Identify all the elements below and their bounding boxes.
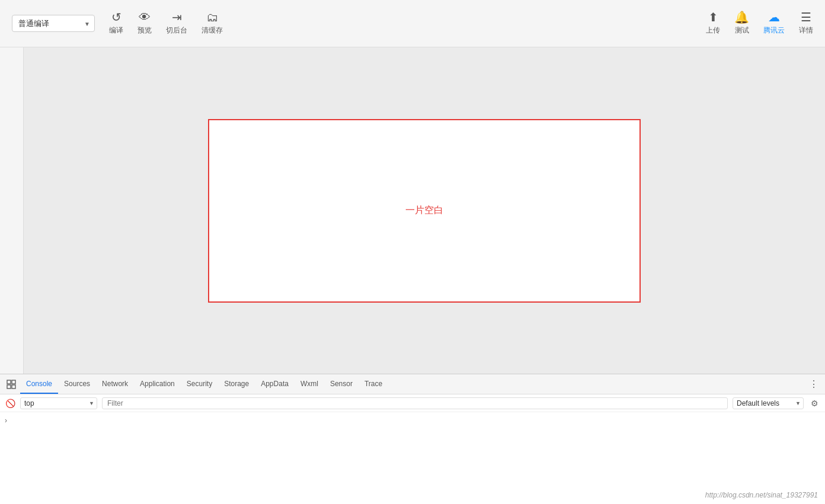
compile-icon: ↺ <box>111 11 121 23</box>
devtools-tab-bar: Console Sources Network Application Secu… <box>0 374 825 394</box>
console-levels-wrapper: Default levels Verbose Info Warnings Err… <box>733 397 804 409</box>
compile-select-wrapper: 普通编译 开发编译 生产编译 ▼ <box>12 15 95 32</box>
details-button[interactable]: ☰ 详情 <box>799 11 813 36</box>
watermark: http://blog.csdn.net/sinat_19327991 <box>705 491 818 499</box>
tab-security[interactable]: Security <box>181 374 218 394</box>
preview-icon: 👁 <box>139 11 151 23</box>
main-area: 一片空白 <box>0 47 825 374</box>
toolbar-right: ⬆ 上传 🔔 测试 ☁ 腾讯云 ☰ 详情 <box>706 11 813 36</box>
compile-select[interactable]: 普通编译 开发编译 生产编译 <box>12 15 95 32</box>
tencent-cloud-button[interactable]: ☁ 腾讯云 <box>763 11 785 36</box>
tab-trace[interactable]: Trace <box>359 374 388 394</box>
toolbar-left: 普通编译 开发编译 生产编译 ▼ ↺ 编译 👁 预览 ⇥ 切后台 🗂 清缓存 <box>12 11 223 36</box>
devtools-more-icon[interactable]: ⋮ <box>805 378 823 390</box>
console-context-wrapper: top ▼ <box>20 397 97 409</box>
console-context-select[interactable]: top <box>20 397 97 409</box>
console-filter-input[interactable] <box>102 397 728 409</box>
devtools-inspect-icon[interactable] <box>2 380 20 389</box>
svg-rect-0 <box>7 380 11 384</box>
left-sidebar <box>0 47 24 374</box>
tab-sensor[interactable]: Sensor <box>324 374 359 394</box>
backend-button[interactable]: ⇥ 切后台 <box>166 11 187 36</box>
console-block-icon[interactable]: 🚫 <box>5 398 15 409</box>
backend-icon: ⇥ <box>172 11 182 23</box>
console-chevron-icon[interactable]: › <box>5 416 7 425</box>
toolbar-btn-group: ↺ 编译 👁 预览 ⇥ 切后台 🗂 清缓存 <box>109 11 223 36</box>
tab-application[interactable]: Application <box>134 374 181 394</box>
tab-wxml[interactable]: Wxml <box>295 374 324 394</box>
canvas-empty-text: 一片空白 <box>405 204 443 217</box>
test-icon: 🔔 <box>734 11 749 23</box>
console-levels-select[interactable]: Default levels Verbose Info Warnings Err… <box>733 397 804 409</box>
tab-sources[interactable]: Sources <box>58 374 96 394</box>
tab-network[interactable]: Network <box>96 374 134 394</box>
clear-cache-button[interactable]: 🗂 清缓存 <box>202 11 223 36</box>
toolbar: 普通编译 开发编译 生产编译 ▼ ↺ 编译 👁 预览 ⇥ 切后台 🗂 清缓存 <box>0 0 825 47</box>
console-settings-icon[interactable]: ⚙ <box>808 397 820 409</box>
clear-cache-icon: 🗂 <box>206 11 218 23</box>
svg-rect-3 <box>12 385 15 389</box>
preview-button[interactable]: 👁 预览 <box>138 11 152 36</box>
console-bar: 🚫 top ▼ Default levels Verbose Info Warn… <box>0 394 825 412</box>
compile-button[interactable]: ↺ 编译 <box>109 11 123 36</box>
details-icon: ☰ <box>801 11 811 23</box>
upload-button[interactable]: ⬆ 上传 <box>706 11 720 36</box>
preview-canvas: 一片空白 <box>208 119 641 303</box>
svg-rect-2 <box>7 385 11 389</box>
tab-storage[interactable]: Storage <box>218 374 255 394</box>
svg-rect-1 <box>12 380 15 384</box>
tab-appdata[interactable]: AppData <box>255 374 295 394</box>
tab-console[interactable]: Console <box>20 374 58 394</box>
upload-icon: ⬆ <box>708 11 718 23</box>
test-button[interactable]: 🔔 测试 <box>734 11 749 36</box>
console-content: › <box>0 412 825 504</box>
tencent-cloud-icon: ☁ <box>768 11 780 23</box>
devtools-panel: Console Sources Network Application Secu… <box>0 374 825 504</box>
